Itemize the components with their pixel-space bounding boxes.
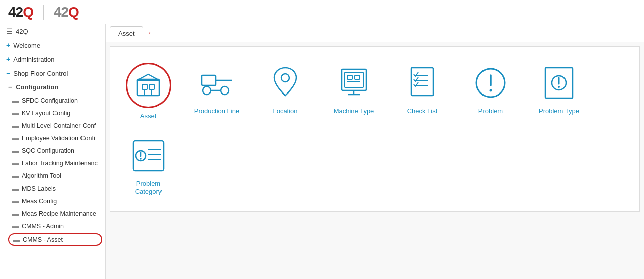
check-list-icon [407, 65, 437, 101]
sidebar-item-employee-validation[interactable]: ▬ Employee Validation Confi [0, 132, 105, 144]
sidebar-item-label: Welcome [13, 42, 40, 49]
svg-rect-15 [355, 75, 360, 79]
icon-grid: Asset Production Line [110, 46, 640, 212]
sidebar-item-meas-recipe[interactable]: ▬ Meas Recipe Maintenance [0, 207, 105, 220]
svg-rect-6 [202, 75, 216, 85]
sidebar-sub-label: Employee Validation Confi [22, 135, 95, 142]
svg-point-11 [281, 74, 289, 82]
logo-divider [43, 5, 44, 20]
icon-cell-problem-type[interactable]: Problem Type [529, 59, 589, 124]
top-header: 42Q 42Q [0, 0, 644, 24]
sidebar-sub-label: CMMS - Asset [23, 236, 63, 243]
problem-type-icon [541, 65, 577, 101]
doc-icon: ▬ [12, 159, 19, 167]
sidebar-sub-label: Algorithm Tool [22, 172, 61, 179]
icon-cell-check-list[interactable]: Check List [392, 59, 452, 124]
problem-icon-container [470, 63, 511, 103]
svg-rect-0 [137, 79, 159, 96]
svg-point-8 [221, 86, 229, 95]
sidebar-item-welcome[interactable]: + Welcome [0, 38, 105, 52]
check-list-icon-container [402, 63, 442, 103]
sidebar-item-cmms-asset[interactable]: ▬ CMMS - Asset [8, 233, 102, 246]
svg-rect-30 [133, 141, 164, 171]
production-line-icon [199, 65, 234, 101]
sidebar: ☰ 42Q + Welcome + Administration − Shop … [0, 24, 106, 279]
doc-icon: ▬ [13, 236, 20, 243]
machine-type-icon [338, 65, 370, 101]
location-label: Location [273, 107, 297, 115]
problem-category-label: Problem Category [122, 180, 175, 195]
doc-icon: ▬ [12, 134, 19, 142]
sidebar-item-sqc-config[interactable]: ▬ SQC Configuration [0, 144, 105, 157]
doc-icon: ▬ [12, 109, 19, 117]
sidebar-sub-label: SFDC Configuration [22, 97, 78, 104]
sidebar-item-shop-floor-control[interactable]: − Shop Floor Control [0, 66, 105, 80]
icon-cell-location[interactable]: Location [255, 59, 315, 124]
sidebar-item-sfdc-config[interactable]: ▬ SFDC Configuration [0, 94, 105, 107]
logo-container: 42Q 42Q [8, 4, 79, 20]
svg-rect-14 [347, 75, 352, 79]
sidebar-item-42q[interactable]: ☰ 42Q [0, 24, 105, 38]
icon-cell-problem[interactable]: Problem [460, 59, 521, 124]
sidebar-item-cmms-admin[interactable]: ▬ CMMS - Admin [0, 220, 105, 232]
arrow-indicator: ← [147, 28, 156, 38]
sidebar-item-administration[interactable]: + Administration [0, 52, 105, 66]
sidebar-item-multi-level[interactable]: ▬ Multi Level Container Conf [0, 119, 105, 132]
content-area: Asset ← Asset [106, 24, 644, 279]
svg-rect-3 [149, 84, 154, 89]
problem-category-icon-container [128, 136, 169, 176]
icon-cell-problem-category[interactable]: Problem Category [118, 132, 179, 199]
production-line-label: Production Line [194, 107, 239, 115]
sidebar-sub-label: KV Layout Config [22, 110, 70, 117]
check-list-label: Check List [407, 107, 438, 115]
tab-asset[interactable]: Asset [110, 26, 143, 41]
sidebar-item-algorithm-tool[interactable]: ▬ Algorithm Tool [0, 169, 105, 182]
production-line-icon-container [197, 63, 237, 103]
tab-bar: Asset ← [106, 24, 644, 42]
doc-icon: ▬ [12, 222, 19, 230]
asset-icon [133, 70, 164, 101]
sidebar-configuration-header: − Configuration [0, 80, 105, 94]
sidebar-item-label: Shop Floor Control [13, 70, 68, 77]
minus-icon-sfc: − [6, 69, 10, 77]
plus-icon-admin: + [6, 55, 10, 63]
sidebar-sub-label: Multi Level Container Conf [22, 122, 96, 129]
svg-point-33 [140, 158, 142, 160]
problem-label: Problem [478, 107, 503, 115]
doc-icon: ▬ [12, 184, 19, 192]
problem-icon [473, 65, 508, 101]
icon-cell-machine-type[interactable]: Machine Type [324, 59, 384, 124]
doc-icon: ▬ [12, 210, 19, 217]
sidebar-sub-label: Meas Recipe Maintenance [22, 210, 96, 217]
plus-icon-welcome: + [6, 41, 10, 49]
sidebar-sub-label: Meas Config [22, 198, 57, 205]
doc-icon: ▬ [12, 172, 19, 179]
doc-icon: ▬ [12, 147, 19, 154]
svg-rect-2 [142, 84, 147, 89]
icon-cell-production-line[interactable]: Production Line [187, 59, 247, 124]
doc-icon: ▬ [12, 122, 19, 129]
sidebar-item-meas-config[interactable]: ▬ Meas Config [0, 195, 105, 207]
sidebar-item-label: Administration [13, 56, 54, 63]
hamburger-icon: ☰ [6, 27, 13, 35]
icon-cell-asset[interactable]: Asset [118, 59, 179, 124]
sidebar-sub-label: SQC Configuration [22, 147, 74, 154]
sidebar-sub-label: Labor Tracking Maintenanc [22, 160, 98, 167]
asset-icon-container [126, 63, 171, 108]
machine-type-label: Machine Type [334, 107, 374, 115]
logo-primary: 42Q [8, 4, 33, 20]
asset-label: Asset [140, 112, 157, 120]
svg-point-7 [203, 86, 211, 95]
sidebar-item-label: 42Q [16, 28, 28, 35]
problem-type-label: Problem Type [539, 107, 579, 115]
sidebar-item-labor-tracking[interactable]: ▬ Labor Tracking Maintenanc [0, 157, 105, 169]
sidebar-sub-label: MDS Labels [22, 185, 56, 192]
svg-rect-19 [411, 68, 433, 96]
sidebar-item-mds-labels[interactable]: ▬ MDS Labels [0, 182, 105, 195]
sidebar-sub-label: CMMS - Admin [22, 223, 64, 230]
svg-rect-13 [345, 72, 363, 87]
location-icon [269, 65, 302, 101]
svg-point-25 [490, 89, 492, 92]
doc-icon: ▬ [12, 197, 19, 205]
sidebar-item-kv-layout[interactable]: ▬ KV Layout Config [0, 107, 105, 119]
